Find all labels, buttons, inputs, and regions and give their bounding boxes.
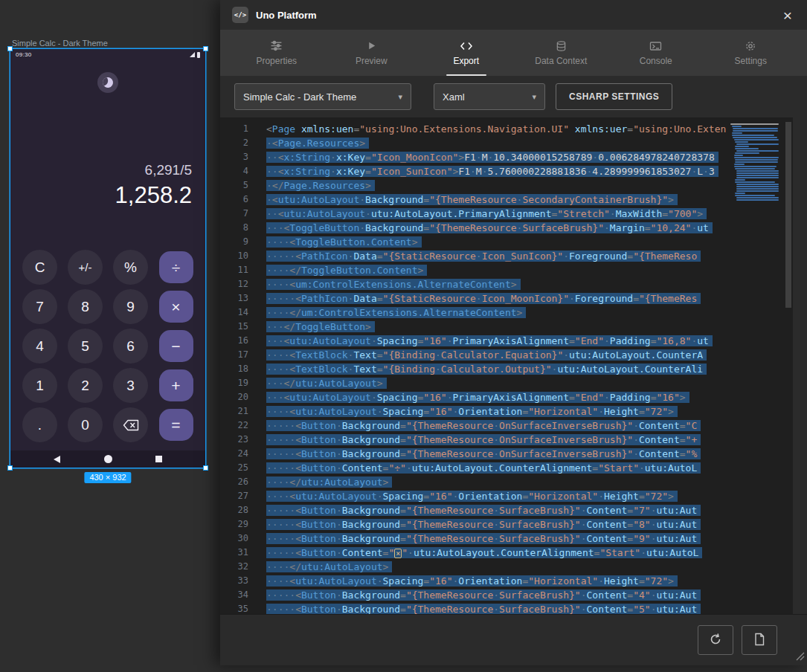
selection-handle-bottom-right[interactable]: [203, 465, 208, 471]
calc-button-7[interactable]: 7: [22, 289, 57, 324]
tab-data-context[interactable]: Data Context: [514, 30, 609, 76]
code-line[interactable]: ····<ToggleButton.Content>: [266, 235, 793, 249]
tab-settings[interactable]: Settings: [704, 30, 799, 76]
data-context-icon: [556, 39, 567, 52]
code-line[interactable]: ·····<Button·Background="{ThemeResource·…: [266, 447, 793, 461]
console-icon: [649, 39, 662, 52]
code-line[interactable]: ·····<Button·Background="{ThemeResource·…: [266, 503, 793, 517]
line-number: 13: [220, 291, 248, 306]
line-number: 35: [220, 602, 248, 614]
calculator-frame[interactable]: 09:30 6,291/5 1,258.2 C+/-%÷789×456−123+…: [10, 49, 205, 468]
code-line[interactable]: ·····<Button·Content="÷"·utu:AutoLayout.…: [266, 461, 793, 475]
resize-grip[interactable]: [792, 648, 806, 665]
android-navbar: [10, 450, 205, 468]
code-line[interactable]: ···<utu:AutoLayout·Spacing="16"·PrimaryA…: [266, 390, 793, 404]
calc-button-2[interactable]: 2: [68, 368, 103, 403]
recents-icon[interactable]: [155, 456, 162, 462]
theme-toggle-button[interactable]: [97, 72, 118, 93]
code-line[interactable]: ·····<Button·Background="{ThemeResource·…: [266, 602, 793, 614]
calc-button-4[interactable]: 4: [22, 329, 57, 364]
code-line[interactable]: ····<TextBlock·Text="{Binding·Calculator…: [266, 348, 793, 362]
code-line[interactable]: ·····<PathIcon·Data="{StaticResource·Ico…: [266, 249, 793, 263]
code-line[interactable]: ·<utu:AutoLayout·Background="{ThemeResou…: [266, 193, 793, 207]
line-number: 20: [220, 390, 248, 404]
tab-export[interactable]: Export: [419, 30, 514, 76]
code-editor[interactable]: 1234567891011121314151617181920212223242…: [220, 117, 807, 614]
line-number: 17: [220, 348, 248, 362]
selection-handle-top-right[interactable]: [203, 46, 208, 51]
close-icon[interactable]: ×: [780, 7, 795, 23]
code-line[interactable]: ··<x:String·x:Key="Icon_MoonIcon">F1·M·1…: [266, 150, 793, 164]
calc-button-0[interactable]: 0: [68, 407, 103, 442]
calc-button-×[interactable]: ×: [159, 291, 193, 323]
tab-console[interactable]: Console: [608, 30, 704, 76]
code-line[interactable]: ····</ToggleButton.Content>: [266, 263, 793, 277]
calc-button-3[interactable]: 3: [113, 368, 148, 403]
format-dropdown[interactable]: Xaml ▾: [434, 83, 545, 110]
code-line[interactable]: ···</utu:AutoLayout>: [266, 376, 793, 390]
code-line[interactable]: <Page xmlns:uen="using:Uno.Extensions.Na…: [266, 122, 793, 136]
back-icon[interactable]: [54, 456, 60, 463]
code-line[interactable]: ··<utu:AutoLayout·utu:AutoLayout.Primary…: [266, 207, 793, 221]
moon-icon: [101, 76, 114, 88]
calc-button-5[interactable]: 5: [68, 329, 103, 364]
calc-button-C[interactable]: C: [22, 250, 57, 285]
home-icon[interactable]: [104, 455, 112, 463]
export-file-button[interactable]: [742, 625, 777, 655]
code-line[interactable]: ·····<Button·Background="{ThemeResource·…: [266, 433, 793, 447]
line-number: 28: [220, 503, 248, 517]
page-dropdown[interactable]: Simple Calc - Dark Theme ▾: [234, 83, 411, 110]
code-line[interactable]: ···</ToggleButton>: [266, 320, 793, 334]
frame-label[interactable]: Simple Calc - Dark Theme: [12, 39, 108, 48]
calc-button-=[interactable]: =: [159, 409, 193, 441]
code-line[interactable]: ···<utu:AutoLayout·Spacing="16"·PrimaryA…: [266, 334, 793, 348]
code-line[interactable]: ·····<Button·Background="{ThemeResource·…: [266, 588, 793, 602]
minimap-line: [736, 188, 779, 190]
minimap-line: [735, 161, 778, 163]
minimap[interactable]: [723, 117, 784, 614]
calc-button-.[interactable]: .: [22, 407, 57, 442]
scrollbar-thumb[interactable]: [785, 122, 791, 308]
code-line[interactable]: ·····<Button·Background="{ThemeResource·…: [266, 532, 793, 546]
code-line[interactable]: ····</utu:AutoLayout>: [266, 560, 793, 574]
calc-button-9[interactable]: 9: [113, 289, 148, 324]
minimap-line: [733, 128, 778, 129]
code-line[interactable]: ···<ToggleButton·Background="{ThemeResou…: [266, 221, 793, 235]
tab-properties[interactable]: Properties: [229, 30, 324, 76]
scrollbar[interactable]: [784, 117, 793, 614]
calc-button-÷[interactable]: ÷: [159, 251, 193, 283]
code-line[interactable]: ·····<Button·Background="{ThemeResource·…: [266, 419, 793, 433]
calc-button-+[interactable]: +: [159, 369, 193, 401]
code-line[interactable]: ··<x:String·x:Key="Icon_SunIcon">F1·M·5.…: [266, 164, 793, 178]
calc-button-%[interactable]: %: [113, 250, 148, 285]
calc-button-6[interactable]: 6: [113, 329, 148, 364]
code-line[interactable]: ····<TextBlock·Text="{Binding·Calculator…: [266, 362, 793, 376]
minimap-line: [736, 170, 779, 172]
calc-button-+/-[interactable]: +/-: [68, 250, 103, 285]
calc-button-1[interactable]: 1: [22, 368, 57, 403]
calc-output: 1,258.2: [22, 180, 192, 211]
code-line[interactable]: ·····<Button·Content="×"·utu:AutoLayout.…: [266, 546, 793, 560]
selection-handle-top-left[interactable]: [7, 46, 13, 51]
code-line[interactable]: ····<utu:AutoLayout·Spacing="16"·Orienta…: [266, 489, 793, 503]
refresh-button[interactable]: [698, 625, 733, 655]
size-badge: 430 × 932: [84, 472, 131, 483]
code-line[interactable]: ·····<Button·Background="{ThemeResource·…: [266, 517, 793, 532]
code-line[interactable]: ·</Page.Resources>: [266, 178, 793, 193]
tab-label: Properties: [256, 56, 297, 66]
calc-button-⌫[interactable]: [113, 407, 148, 442]
csharp-settings-button[interactable]: CSHARP SETTINGS: [556, 83, 672, 110]
code-line[interactable]: ····<utu:AutoLayout·Spacing="16"·Orienta…: [266, 404, 793, 419]
calc-button-−[interactable]: −: [159, 330, 193, 362]
tab-preview[interactable]: Preview: [324, 30, 419, 76]
code-line[interactable]: ·<Page.Resources>: [266, 136, 793, 150]
code-line[interactable]: ·····<PathIcon·Data="{StaticResource·Ico…: [266, 291, 793, 306]
minimap-line: [735, 195, 775, 196]
uno-logo-icon: </>: [232, 7, 248, 23]
calc-button-8[interactable]: 8: [68, 289, 103, 324]
code-line[interactable]: ····<utu:AutoLayout·Spacing="16"·Orienta…: [266, 574, 793, 588]
code-line[interactable]: ····<um:ControlExtensions.AlternateConte…: [266, 277, 793, 291]
code-line[interactable]: ····</um:ControlExtensions.AlternateCont…: [266, 306, 793, 320]
code-line[interactable]: ····</utu:AutoLayout>: [266, 475, 793, 489]
selection-handle-bottom-left[interactable]: [7, 465, 13, 471]
